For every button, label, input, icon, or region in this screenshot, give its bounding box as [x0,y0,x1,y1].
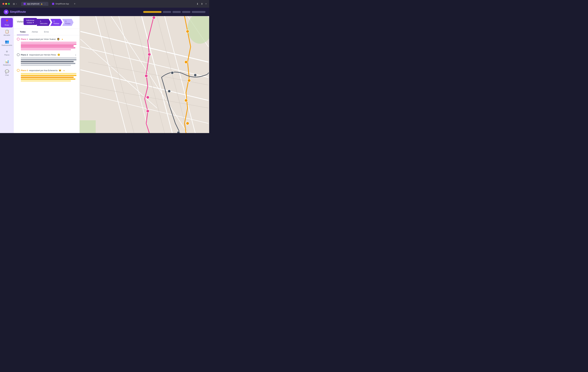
step-visits[interactable]: 2. Visitas [50,19,62,26]
plan-2-responsible: responsável por Hernán Pérez [29,54,56,56]
plan-3-emoji: 🐱 [59,69,61,72]
tab-bar: app.simpliroute 🔒 ··· SimpliRoute App + [21,2,192,6]
tab-erros[interactable]: Erros [41,29,52,35]
reports-icon: 📊 [5,59,9,64]
svg-point-20 [148,53,151,56]
svg-point-29 [171,71,174,74]
plan-3-bar-3 [21,77,74,78]
svg-point-21 [145,74,148,77]
plan-2-emoji: 😊 [57,54,60,56]
download-icon[interactable]: ⬇ [197,2,199,5]
plan-1-bars [17,42,76,50]
clipboard-icon: 📋 [5,30,9,33]
plan-2-bar-2 [21,59,76,60]
location-icon: 📍 [5,20,9,23]
header-pill-1 [163,11,171,13]
plan-2-bar-1 [21,57,76,59]
svg-point-32 [177,131,180,133]
plan-3-bar-4 [21,78,75,80]
sidebar-item-chat[interactable]: 💬 Chat [1,68,13,77]
plan-2-bars [17,57,76,66]
plan-3-bar-2 [21,75,76,76]
inactive-tab-label: SimpliRoute App [55,3,69,5]
sidebar-item-relatorios[interactable]: 📊 Relatórios [1,58,13,67]
step-vehicles[interactable]: 1. Veículos [37,19,51,26]
svg-point-31 [168,90,171,93]
plan-3-responsible: responsável por Ana Echeverría [29,69,57,72]
sidebar-item-planos[interactable]: ≡ Planos [1,48,13,57]
tab-todas[interactable]: Todas [17,29,29,35]
left-panel: Visitas Adicionar visitas ▾ 1. Veículos … [14,16,80,133]
tab-favicon-2 [52,3,54,5]
tab-favicon [24,3,26,5]
plan-3-bar-1 [21,73,76,74]
main-content: Visitas Adicionar visitas ▾ 1. Veículos … [14,16,209,133]
plan-3-warning-icon: ▲ [63,69,65,71]
plan-2-bar-4 [21,63,75,64]
sidebar: 📍 Rotas 📋 Alocador 👥 Rastreamento ≡ Plan… [0,16,14,133]
tracking-icon: 👥 [5,40,9,44]
share-icon[interactable]: ⬆ [201,2,203,5]
plan-1-bar-3 [21,45,74,47]
plan-1-header[interactable]: Plano 1 responsável por Victor Suárez 🧔 … [17,38,76,41]
sidebar-item-rastreamento[interactable]: 👥 Rastreamento [1,38,13,48]
plan-3-name: Plano 3 [21,69,28,72]
svg-point-27 [185,99,188,102]
sidebar-toggle-icon[interactable]: ⊞ [13,2,15,5]
svg-point-24 [186,30,189,33]
plan-1-circle [17,38,20,41]
svg-point-30 [194,74,197,77]
plan-1-responsible: responsável por Victor Suárez [29,38,56,40]
browser-actions: ⬇ ⬆ + [197,2,207,5]
step-indicator: 1. Veículos 2. Visitas 3. Rotas [37,19,73,26]
plan-1-warning-icon: ▲ [61,38,63,40]
map-svg [80,16,209,133]
plan-2-bar-5 [21,65,71,66]
step-routes[interactable]: 3. Rotas [62,19,74,26]
plan-item-3: Plano 3 responsável por Ana Echeverría 🐱… [17,69,76,82]
sidebar-item-alocador[interactable]: 📋 Alocador [1,28,13,38]
lock-icon: 🔒 [41,3,42,5]
active-tab-url: app.simpliroute [27,3,39,5]
tab-menu-icon[interactable]: ··· [44,3,46,5]
traffic-lights [2,3,10,5]
svg-point-28 [186,122,189,125]
plan-1-emoji: 🧔 [57,38,60,40]
plan-2-arrow: ▲ [75,54,76,56]
new-tab-icon[interactable]: + [74,2,75,6]
header-pill-4 [192,11,206,13]
plan-2-name: Plano 2 [21,54,28,56]
active-tab[interactable]: app.simpliroute 🔒 ··· [21,2,48,6]
svg-point-25 [185,61,188,64]
plan-2-bar-3 [21,61,74,62]
plan-1-name: Plano 1 [21,38,28,40]
plan-2-circle [17,53,20,56]
svg-point-26 [188,79,191,82]
svg-point-19 [152,16,155,19]
plan-3-header[interactable]: Plano 3 responsável por Ana Echeverría 🐱… [17,69,76,72]
chat-icon: 💬 [5,70,9,74]
plan-1-bar-1 [21,42,76,43]
plan-1-bar-5 [21,49,71,50]
maximize-button[interactable] [8,3,10,5]
header-pill-2 [172,11,181,13]
tab-alertas[interactable]: Alertas [29,29,41,35]
plan-3-bars [17,73,76,82]
header-right [143,11,206,13]
plans-icon: ≡ [6,50,8,53]
svg-point-22 [146,96,149,99]
map-area[interactable] [80,16,209,133]
sidebar-item-rotas[interactable]: 📍 Rotas [1,18,13,27]
back-icon[interactable]: ‹ [16,2,17,5]
close-button[interactable] [2,3,4,5]
app-header: ❄ SimpliRoute [0,8,209,16]
add-visits-button[interactable]: Adicionar visitas ▾ [24,18,37,25]
inactive-tab[interactable]: SimpliRoute App [50,2,72,6]
logo-icon: ❄ [4,10,9,14]
minimize-button[interactable] [5,3,7,5]
panel-tabs: Todas Alertas Erros [14,29,79,35]
new-window-icon[interactable]: + [205,2,207,5]
plan-item-2: Plano 2 responsável por Hernán Pérez 😊 ▲ [17,53,76,66]
plan-item-1: Plano 1 responsável por Victor Suárez 🧔 … [17,38,76,50]
plan-2-header[interactable]: Plano 2 responsável por Hernán Pérez 😊 ▲ [17,53,76,56]
